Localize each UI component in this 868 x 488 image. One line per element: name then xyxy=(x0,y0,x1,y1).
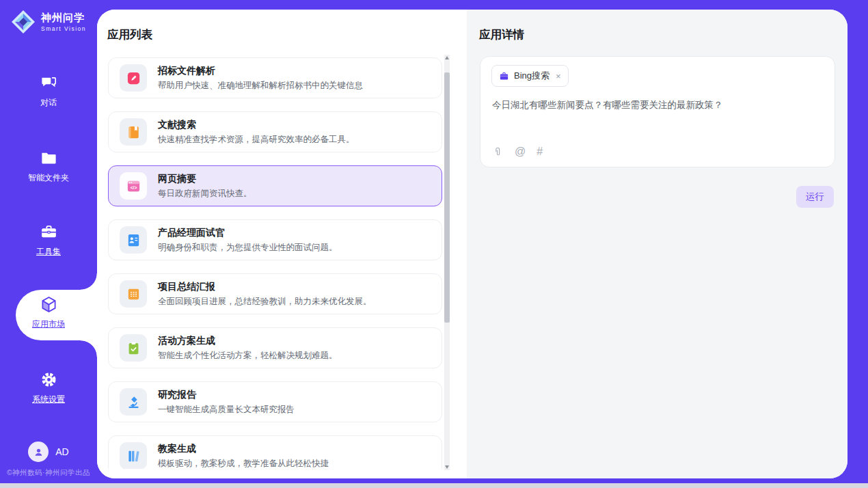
app-card[interactable]: 活动方案生成 智能生成个性化活动方案，轻松解决规划难题。 xyxy=(108,327,442,368)
brand-logo: 神州问学 Smart Vision xyxy=(10,8,86,36)
app-card[interactable]: 招标文件解析 帮助用户快速、准确地理解和解析招标书中的关键信息 xyxy=(108,57,442,98)
app-card-desc: 一键智能生成高质量长文本研究报告 xyxy=(158,404,295,416)
toolbox-icon xyxy=(40,223,58,241)
book-icon xyxy=(120,118,147,146)
tool-tag-bing-search[interactable]: Bing搜索 × xyxy=(491,65,569,87)
run-button[interactable]: 运行 xyxy=(796,186,834,208)
tool-tag-label: Bing搜索 xyxy=(514,70,550,82)
app-card-desc: 明确身份和职责，为您提供专业性的面试问题。 xyxy=(158,242,338,254)
app-card-desc: 智能生成个性化活动方案，轻松解决规划难题。 xyxy=(158,350,338,362)
scrollbar[interactable] xyxy=(444,55,450,470)
app-card-desc: 每日政府新闻资讯快查。 xyxy=(158,188,252,200)
brand-name: 神州问学 xyxy=(41,12,86,25)
app-card-title: 研究报告 xyxy=(158,389,295,401)
user-chip[interactable]: AD xyxy=(0,442,97,462)
sidebar-item-chat[interactable]: 对话 xyxy=(0,74,97,109)
app-card-title: 文献搜索 xyxy=(158,119,355,131)
brand-subtitle: Smart Vision xyxy=(41,25,86,32)
books-icon xyxy=(120,442,147,469)
app-list-panel: 应用列表 招标文件解析 帮助用户快速、准确地理解和解析招标书中的关键信息 文献搜… xyxy=(97,10,467,478)
hash-icon[interactable]: # xyxy=(537,146,543,158)
sidebar-item-label: 对话 xyxy=(40,97,57,109)
app-detail-title: 应用详情 xyxy=(479,27,524,42)
app-frame: 神州问学 Smart Vision 对话 智能文件夹 工具集 应用市场 系统设置… xyxy=(0,0,868,483)
sidebar-item-label: 智能文件夹 xyxy=(28,172,69,184)
briefcase-icon xyxy=(499,71,509,81)
app-card-title: 招标文件解析 xyxy=(158,65,363,77)
avatar xyxy=(28,442,49,462)
bubble-corner-top xyxy=(81,273,97,290)
app-card[interactable]: </> 网页摘要 每日政府新闻资讯快查。 xyxy=(108,165,442,206)
sidebar: 神州问学 Smart Vision 对话 智能文件夹 工具集 应用市场 系统设置… xyxy=(0,0,97,483)
paperclip-icon[interactable] xyxy=(492,146,504,158)
app-card[interactable]: 研究报告 一键智能生成高质量长文本研究报告 xyxy=(108,381,442,422)
svg-text:</>: </> xyxy=(130,185,137,190)
pen-square-icon xyxy=(120,64,147,92)
app-card-desc: 全面回顾项目进展，总结经验教训，助力未来优化发展。 xyxy=(158,296,372,308)
copyright-text: ©神州数码·神州问学出品 xyxy=(0,468,97,478)
scrollbar-up-arrow[interactable] xyxy=(444,55,450,62)
sidebar-item-label: 应用市场 xyxy=(32,318,65,330)
main-panel: 应用列表 招标文件解析 帮助用户快速、准确地理解和解析招标书中的关键信息 文献搜… xyxy=(97,10,847,478)
app-detail-panel: 应用详情 Bing搜索 × 今日湖北有哪些新闻要点？有哪些需要关注的最新政策？ … xyxy=(467,10,847,478)
sidebar-item-app-market[interactable]: 应用市场 xyxy=(0,295,97,330)
prompt-card: Bing搜索 × 今日湖北有哪些新闻要点？有哪些需要关注的最新政策？ @# xyxy=(480,56,835,167)
folder-icon xyxy=(40,149,58,167)
chat-icon xyxy=(40,74,58,92)
cube-icon xyxy=(40,295,58,314)
resume-icon xyxy=(120,226,147,254)
app-card[interactable]: 项目总结汇报 全面回顾项目进展，总结经验教训，助力未来优化发展。 xyxy=(108,273,442,314)
bubble-corner-bottom xyxy=(81,340,97,357)
scrollbar-thumb[interactable] xyxy=(444,72,450,323)
app-card-desc: 帮助用户快速、准确地理解和解析招标书中的关键信息 xyxy=(158,80,363,92)
app-card-title: 活动方案生成 xyxy=(158,335,338,347)
app-card-title: 产品经理面试官 xyxy=(158,227,338,239)
sidebar-item-label: 工具集 xyxy=(36,246,61,258)
app-card-title: 教案生成 xyxy=(158,443,329,455)
microscope-icon xyxy=(120,388,147,416)
brand-diamond-icon xyxy=(10,8,37,36)
gear-icon xyxy=(40,370,58,389)
app-list: 招标文件解析 帮助用户快速、准确地理解和解析招标书中的关键信息 文献搜索 快速精… xyxy=(108,57,442,469)
app-card[interactable]: 教案生成 模板驱动，教案秒成，教学准备从此轻松快捷 xyxy=(108,435,442,469)
browser-code-icon: </> xyxy=(120,172,147,200)
app-card-title: 网页摘要 xyxy=(158,173,252,185)
app-card-title: 项目总结汇报 xyxy=(158,281,372,293)
sidebar-item-smart-folder[interactable]: 智能文件夹 xyxy=(0,149,97,184)
composer-toolbar: @# xyxy=(492,146,543,158)
note-icon xyxy=(120,280,147,308)
at-icon[interactable]: @ xyxy=(515,146,526,158)
sidebar-item-label: 系统设置 xyxy=(32,394,65,405)
app-card-desc: 模板驱动，教案秒成，教学准备从此轻松快捷 xyxy=(158,458,329,470)
scrollbar-down-arrow[interactable] xyxy=(444,463,450,470)
prompt-input[interactable]: 今日湖北有哪些新闻要点？有哪些需要关注的最新政策？ xyxy=(492,99,820,111)
app-list-title: 应用列表 xyxy=(107,27,152,42)
app-card-desc: 快速精准查找学术资源，提高研究效率的必备工具。 xyxy=(158,134,355,146)
tag-close-icon[interactable]: × xyxy=(556,72,561,81)
app-card[interactable]: 产品经理面试官 明确身份和职责，为您提供专业性的面试问题。 xyxy=(108,219,442,260)
sidebar-item-system-settings[interactable]: 系统设置 xyxy=(0,370,97,405)
sidebar-item-toolset[interactable]: 工具集 xyxy=(0,223,97,258)
clipboard-icon xyxy=(120,334,147,362)
app-card[interactable]: 文献搜索 快速精准查找学术资源，提高研究效率的必备工具。 xyxy=(108,111,442,152)
user-name: AD xyxy=(55,446,68,457)
